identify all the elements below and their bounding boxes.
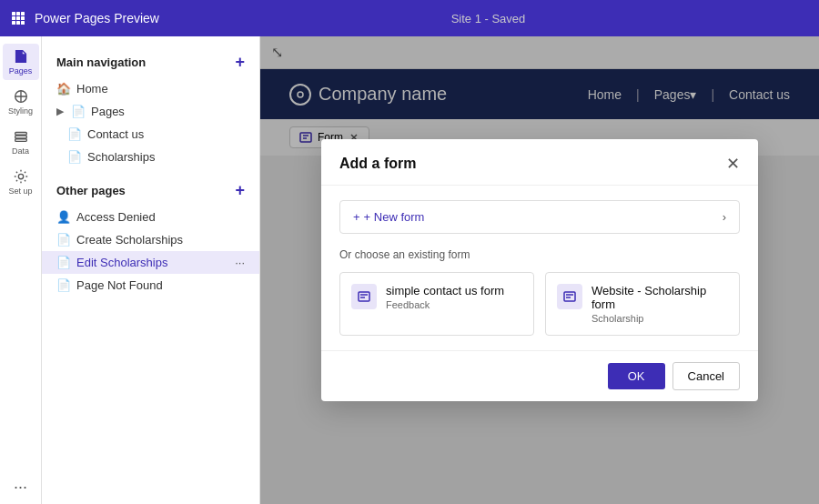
sidebar-item-contact-us[interactable]: 📄 Contact us: [42, 123, 259, 146]
svg-rect-0: [12, 12, 15, 15]
svg-rect-10: [15, 133, 26, 136]
add-other-pages-icon[interactable]: +: [235, 181, 245, 200]
rail-more[interactable]: ···: [14, 478, 27, 497]
ok-button[interactable]: OK: [608, 363, 665, 389]
cancel-button[interactable]: Cancel: [672, 362, 740, 390]
form-card-name-2: Website - Scholarship form: [592, 284, 728, 311]
plus-icon: +: [353, 210, 360, 224]
svg-rect-20: [359, 292, 369, 301]
svg-rect-5: [21, 16, 25, 20]
sidebar-item-home[interactable]: 🏠 Home: [42, 77, 259, 100]
svg-point-13: [18, 174, 23, 178]
sidebar-item-pages-parent[interactable]: ▶ 📄 Pages: [42, 100, 259, 123]
modal-body: + + New form › Or choose an existing for…: [321, 186, 758, 350]
form-cards: simple contact us form Feedback Website …: [339, 272, 740, 336]
person-icon: 👤: [56, 210, 71, 224]
chevron-right-icon: ›: [723, 210, 726, 224]
svg-rect-1: [16, 12, 20, 15]
sidebar-item-page-not-found[interactable]: 📄 Page Not Found: [42, 274, 259, 297]
svg-rect-6: [12, 21, 15, 25]
svg-rect-23: [564, 292, 575, 301]
svg-rect-11: [15, 136, 26, 138]
sidebar-item-access-denied[interactable]: 👤 Access Denied: [42, 206, 259, 228]
grid-icon: [11, 11, 25, 25]
rail-pages-label: Pages: [9, 66, 33, 76]
page-icon: 📄: [56, 233, 71, 247]
rail-data-label: Data: [12, 146, 29, 156]
page-icon: 📄: [56, 278, 71, 292]
page-icon: 📄: [71, 105, 86, 118]
sidebar-item-scholarships-main[interactable]: 📄 Scholarships: [42, 146, 259, 168]
modal-footer: OK Cancel: [321, 350, 758, 401]
rail-styling-label: Styling: [8, 106, 33, 116]
modal-overlay: Add a form ✕ + + New form › Or choose an…: [260, 36, 819, 504]
add-main-nav-icon[interactable]: +: [235, 53, 245, 72]
form-card-sub-1: Feedback: [386, 299, 504, 310]
svg-rect-4: [16, 16, 20, 20]
rail-setup[interactable]: Set up: [3, 164, 39, 200]
sidebar: Main navigation + 🏠 Home ▶ 📄 Pages 📄 Con…: [42, 36, 260, 504]
page-icon: 📄: [67, 127, 82, 141]
page-icon: 📄: [67, 150, 82, 164]
svg-rect-8: [21, 21, 25, 25]
form-card-sub-2: Scholarship: [592, 313, 728, 324]
svg-rect-7: [16, 21, 20, 25]
or-choose-label: Or choose an existing form: [339, 248, 740, 261]
chevron-icon: ▶: [56, 106, 64, 117]
topbar: Power Pages Preview Site 1 - Saved: [0, 0, 819, 36]
preview-area: ⤡ Company name Home | Pages▾ | Contact u…: [260, 36, 819, 504]
app-title: Power Pages Preview: [35, 11, 159, 25]
modal-close-button[interactable]: ✕: [726, 154, 740, 174]
svg-rect-3: [12, 16, 15, 20]
form-card-scholarship[interactable]: Website - Scholarship form Scholarship: [545, 272, 740, 336]
form-card-icon-2: [557, 284, 582, 309]
form-card-icon-1: [351, 284, 377, 309]
form-card-simple-contact[interactable]: simple contact us form Feedback: [339, 272, 534, 336]
form-card-info-2: Website - Scholarship form Scholarship: [592, 284, 728, 324]
other-pages-header: Other pages +: [42, 176, 259, 206]
rail-setup-label: Set up: [8, 186, 32, 196]
add-form-modal: Add a form ✕ + + New form › Or choose an…: [321, 139, 758, 401]
svg-rect-12: [15, 139, 26, 142]
rail-styling[interactable]: Styling: [3, 84, 39, 120]
more-options-icon[interactable]: ···: [235, 256, 245, 269]
sidebar-item-create-scholarships[interactable]: 📄 Create Scholarships: [42, 228, 259, 251]
rail-data[interactable]: Data: [3, 124, 39, 160]
home-icon: 🏠: [56, 82, 71, 96]
modal-title: Add a form: [339, 156, 416, 172]
new-form-label: + + New form: [353, 210, 424, 224]
form-card-info-1: simple contact us form Feedback: [386, 284, 504, 310]
form-card-name-1: simple contact us form: [386, 284, 504, 297]
icon-rail: Pages Styling Data Set up ···: [0, 36, 42, 504]
svg-rect-2: [21, 12, 25, 15]
rail-pages[interactable]: Pages: [3, 44, 39, 80]
modal-header: Add a form ✕: [321, 139, 758, 186]
page-icon: 📄: [56, 256, 71, 269]
main-nav-header: Main navigation +: [42, 47, 259, 77]
new-form-text: + New form: [364, 210, 425, 224]
sidebar-item-edit-scholarships[interactable]: 📄 Edit Scholarships ···: [42, 251, 259, 274]
new-form-row[interactable]: + + New form ›: [339, 200, 740, 234]
site-status: Site 1 - Saved: [168, 12, 808, 25]
